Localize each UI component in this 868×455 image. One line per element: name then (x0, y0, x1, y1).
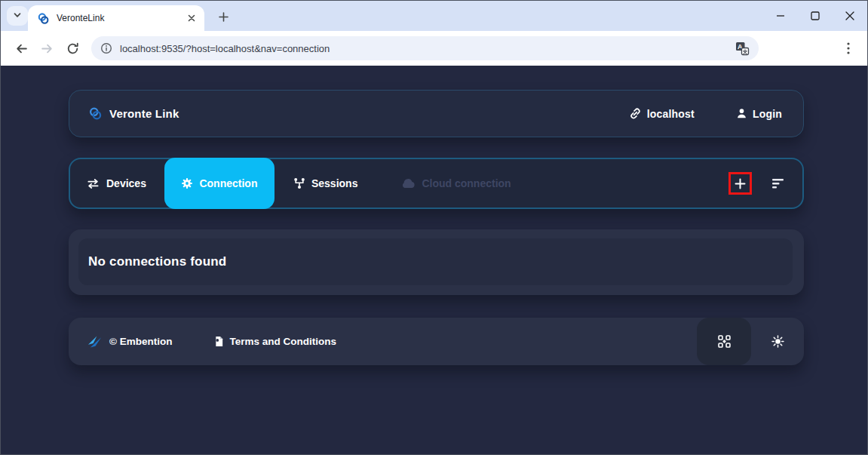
nav-label-devices: Devices (106, 177, 146, 189)
nav-item-devices[interactable]: Devices (86, 177, 146, 189)
gear-icon (181, 177, 193, 189)
host-label: localhost (647, 108, 695, 120)
browser-tab[interactable]: VeronteLink (28, 5, 204, 31)
back-button[interactable] (8, 35, 34, 61)
terms-label: Terms and Conditions (229, 336, 336, 347)
site-info-button[interactable] (100, 42, 112, 54)
qr-code-icon (718, 335, 731, 348)
address-bar[interactable]: localhost:9535/?host=localhost&nav=conne… (91, 36, 759, 60)
close-window-button[interactable] (833, 1, 867, 31)
empty-state-card: No connections found (78, 238, 793, 285)
reload-button[interactable] (60, 35, 85, 61)
plus-icon (735, 178, 746, 189)
nav-actions (728, 172, 784, 195)
translate-icon: A (735, 42, 750, 56)
nav-item-sessions[interactable]: Sessions (293, 177, 357, 189)
theme-toggle-button[interactable] (751, 318, 804, 365)
maximize-icon (811, 11, 820, 20)
footer-brand: © Embention (87, 335, 172, 349)
tab-strip: VeronteLink (1, 1, 867, 31)
browser-window: VeronteLink (0, 0, 868, 455)
browser-menu-button[interactable] (837, 37, 860, 60)
maximize-button[interactable] (798, 1, 833, 31)
nav-label-sessions: Sessions (311, 177, 357, 189)
nav-item-cloud-connection: Cloud connection (400, 177, 511, 189)
copyright-label: © Embention (109, 336, 172, 347)
login-label: Login (753, 108, 782, 120)
translate-button[interactable]: A (735, 42, 750, 56)
app-footer: © Embention Terms and Conditions (69, 318, 804, 365)
kebab-menu-icon (847, 42, 850, 54)
nav-label-connection: Connection (199, 177, 257, 189)
close-icon (188, 14, 195, 22)
terms-link[interactable]: Terms and Conditions (214, 336, 336, 347)
new-tab-button[interactable] (213, 7, 233, 26)
tab-title: VeronteLink (57, 13, 185, 23)
back-arrow-icon (15, 42, 28, 55)
header-actions: localhost Login (629, 107, 782, 120)
connections-panel: No connections found (69, 229, 804, 295)
chevron-down-icon (13, 9, 22, 23)
sessions-network-icon (293, 177, 305, 189)
link-icon (629, 107, 642, 120)
brand: Veronte Link (88, 106, 179, 121)
document-icon (214, 336, 224, 347)
close-icon (845, 11, 854, 20)
veronte-logo-icon (88, 106, 103, 121)
reload-icon (66, 42, 79, 55)
login-button[interactable]: Login (736, 108, 782, 120)
sun-icon (771, 335, 784, 348)
tab-search-button[interactable] (7, 6, 28, 26)
footer-actions (697, 318, 804, 365)
minimize-button[interactable] (763, 1, 798, 31)
empty-message: No connections found (88, 254, 226, 269)
nav-bar: Devices Connection (69, 158, 804, 209)
brand-title: Veronte Link (109, 107, 179, 120)
app-page: Veronte Link localhost (1, 66, 867, 454)
embention-logo-icon (87, 335, 102, 349)
window-controls (763, 1, 867, 31)
info-icon (100, 42, 112, 54)
minimize-icon (776, 11, 785, 20)
host-button[interactable]: localhost (629, 107, 695, 120)
add-connection-button[interactable] (735, 178, 746, 189)
tab-close-button[interactable] (185, 11, 198, 25)
app-header: Veronte Link localhost (69, 90, 804, 137)
nav-label-cloud-connection: Cloud connection (422, 177, 511, 189)
user-icon (736, 108, 747, 119)
filter-button[interactable] (771, 178, 784, 189)
forward-arrow-icon (41, 42, 54, 55)
cloud-icon (400, 178, 416, 189)
qr-code-button[interactable] (697, 318, 751, 365)
plus-icon (219, 12, 229, 22)
annotation-highlight-box (728, 172, 752, 195)
browser-toolbar: localhost:9535/?host=localhost&nav=conne… (1, 31, 867, 66)
sort-filter-icon (771, 178, 784, 189)
veronte-favicon-icon (37, 12, 50, 25)
swap-arrows-icon (86, 178, 100, 189)
url-text: localhost:9535/?host=localhost&nav=conne… (120, 43, 735, 54)
nav-tab-connection[interactable]: Connection (164, 158, 275, 209)
forward-button[interactable] (34, 35, 60, 61)
